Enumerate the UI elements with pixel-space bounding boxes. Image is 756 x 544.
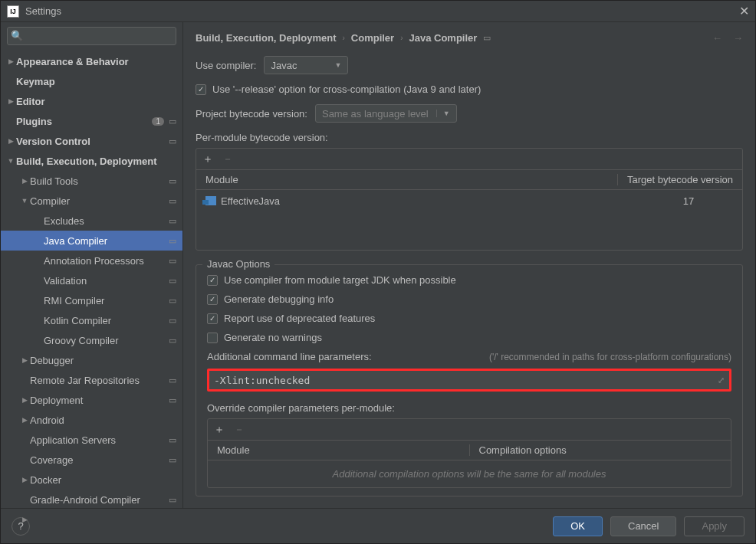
remove-icon[interactable]: － xyxy=(222,152,233,166)
project-badge-icon: ▭ xyxy=(169,375,176,385)
expand-icon[interactable]: ⤢ xyxy=(713,375,729,385)
checkbox-icon xyxy=(207,333,218,343)
project-badge-icon: ▭ xyxy=(169,316,176,326)
override-header: Module Compilation options xyxy=(208,441,731,460)
chevron-icon: ▶ xyxy=(19,396,30,404)
sidebar-item-deployment[interactable]: ▶Deployment▭ xyxy=(1,390,182,410)
sidebar-item-editor[interactable]: ▶Editor xyxy=(1,91,182,111)
override-table: ＋ － Module Compilation options Additiona… xyxy=(207,418,731,488)
sidebar-item-version-control[interactable]: ▶Version Control▭ xyxy=(1,131,182,151)
project-badge-icon: ▭ xyxy=(169,276,176,286)
nav-fwd-icon[interactable]: → xyxy=(733,32,743,44)
sidebar-item-appearance-behavior[interactable]: ▶Appearance & Behavior xyxy=(1,51,182,71)
sidebar-item-gradle-android-compiler[interactable]: Gradle-Android Compiler▭ xyxy=(1,490,182,508)
sidebar-item-annotation-processors[interactable]: Annotation Processors▭ xyxy=(1,251,182,270)
generate-no-warnings-checkbox[interactable]: Generate no warnings xyxy=(207,332,731,343)
per-module-label: Per-module bytecode version: xyxy=(196,132,743,143)
report-deprecated-checkbox[interactable]: ✓ Report use of deprecated features xyxy=(207,313,731,324)
release-option-label: Use '--release' option for cross-compila… xyxy=(212,84,481,95)
chevron-right-icon: › xyxy=(342,34,344,42)
sidebar-item-android[interactable]: ▶Android xyxy=(1,410,182,430)
project-badge-icon: ▭ xyxy=(169,216,176,226)
add-icon[interactable]: ＋ xyxy=(202,152,213,166)
sidebar-item-label: Build Tools xyxy=(30,175,169,187)
sidebar-item-validation[interactable]: Validation▭ xyxy=(1,270,182,290)
cancel-button[interactable]: Cancel xyxy=(610,516,676,536)
chevron-icon: ▼ xyxy=(5,157,16,165)
params-input-highlight: ⤢ xyxy=(207,369,731,392)
module-bytecode-table: ＋ － Module Target bytecode version Effec… xyxy=(196,148,743,251)
chevron-icon: ▶ xyxy=(19,476,30,483)
sidebar-item-label: Build, Execution, Deployment xyxy=(16,156,176,167)
sidebar-item-label: Groovy Compiler xyxy=(44,335,169,346)
sidebar-item-remote-jar-repositories[interactable]: Remote Jar Repositories▭ xyxy=(1,370,182,390)
sidebar-item-debugger[interactable]: ▶Debugger xyxy=(1,350,182,370)
table-row[interactable]: EffectiveJava 17 xyxy=(196,190,742,211)
project-badge-icon: ▭ xyxy=(169,136,176,146)
project-bytecode-label: Project bytecode version: xyxy=(196,108,307,120)
main-panel: Build, Execution, Deployment › Compiler … xyxy=(183,22,755,508)
app-icon: IJ xyxy=(7,5,19,18)
sidebar-item-kotlin-compiler[interactable]: Kotlin Compiler▭ xyxy=(1,310,182,330)
sidebar-item-coverage[interactable]: Coverage▭ xyxy=(1,450,182,470)
project-badge-icon: ▭ xyxy=(169,296,176,306)
javac-options-fieldset: Javac Options ✓ Use compiler from module… xyxy=(196,264,743,496)
project-bytecode-dropdown[interactable]: Same as language level ▼ xyxy=(315,104,457,123)
nav-back-icon[interactable]: ← xyxy=(712,32,722,44)
table-header: Module Target bytecode version xyxy=(196,170,742,190)
sidebar-item-label: Gradle-Android Compiler xyxy=(30,494,169,506)
ok-button[interactable]: OK xyxy=(553,516,603,536)
project-badge-icon: ▭ xyxy=(483,33,491,43)
settings-tree[interactable]: ▶Appearance & BehaviorKeymap▶EditorPlugi… xyxy=(1,50,182,508)
sidebar-item-compiler[interactable]: ▼Compiler▭ xyxy=(1,191,182,211)
body: 🔍 ▶Appearance & BehaviorKeymap▶EditorPlu… xyxy=(1,22,755,508)
sidebar-item-build-tools[interactable]: ▶Build Tools▭ xyxy=(1,171,182,191)
table-toolbar: ＋ － xyxy=(196,149,742,170)
generate-debug-checkbox[interactable]: ✓ Generate debugging info xyxy=(207,293,731,305)
sidebar-item-plugins[interactable]: Plugins1▭ xyxy=(1,111,182,131)
remove-icon[interactable]: － xyxy=(234,423,245,437)
sidebar-item-java-compiler[interactable]: Java Compiler▭ xyxy=(1,231,182,251)
sidebar-item-docker[interactable]: ▶Docker xyxy=(1,470,182,490)
sidebar-item-label: Excludes xyxy=(44,215,169,227)
window-title: Settings xyxy=(25,5,739,17)
chevron-icon: ▶ xyxy=(5,57,16,65)
params-hint: ('/' recommended in paths for cross-plat… xyxy=(489,352,731,362)
chevron-icon: ▶ xyxy=(19,416,30,424)
sidebar-item-label: Coverage xyxy=(30,454,169,466)
sidebar-item-label: Plugins xyxy=(16,116,152,127)
sidebar-item-excludes[interactable]: Excludes▭ xyxy=(1,211,182,231)
add-icon[interactable]: ＋ xyxy=(214,423,225,437)
sidebar-item-keymap[interactable]: Keymap xyxy=(1,71,182,91)
sidebar-item-groovy-compiler[interactable]: Groovy Compiler▭ xyxy=(1,330,182,350)
sidebar-item-label: Docker xyxy=(30,474,176,486)
sidebar-item-label: Version Control xyxy=(16,136,169,147)
crumb-2[interactable]: Compiler xyxy=(351,32,394,44)
sidebar-item-build-execution-deployment[interactable]: ▼Build, Execution, Deployment xyxy=(1,151,182,171)
target-version-cell[interactable]: 17 xyxy=(635,195,742,207)
release-option-checkbox[interactable]: ✓ Use '--release' option for cross-compi… xyxy=(196,84,481,95)
use-module-jdk-checkbox[interactable]: ✓ Use compiler from module target JDK wh… xyxy=(207,274,731,286)
module-name: EffectiveJava xyxy=(221,195,280,207)
col-module: Module xyxy=(196,174,618,185)
nav-arrows: ← → xyxy=(712,32,743,44)
compiler-dropdown[interactable]: Javac ▼ xyxy=(264,56,348,74)
chevron-icon: ▶ xyxy=(19,356,30,364)
col-compilation-options: Compilation options xyxy=(470,444,731,456)
javac-legend: Javac Options xyxy=(202,258,274,270)
crumb-1[interactable]: Build, Execution, Deployment xyxy=(196,32,336,44)
sidebar-item-application-servers[interactable]: Application Servers▭ xyxy=(1,430,182,450)
apply-button[interactable]: Apply xyxy=(684,516,744,536)
project-bytecode-value: Same as language level xyxy=(322,108,429,120)
project-badge-icon: ▭ xyxy=(169,256,176,266)
sidebar: 🔍 ▶Appearance & BehaviorKeymap▶EditorPlu… xyxy=(1,22,183,508)
close-icon[interactable]: ✕ xyxy=(739,4,749,18)
additional-params-input[interactable] xyxy=(209,371,713,389)
project-badge-icon: ▭ xyxy=(169,495,176,505)
sidebar-item-label: Android xyxy=(30,415,176,426)
search-input[interactable] xyxy=(7,27,176,45)
chevron-down-icon: ▼ xyxy=(335,61,342,69)
sidebar-item-rmi-compiler[interactable]: RMI Compiler▭ xyxy=(1,290,182,310)
counter-badge: 1 xyxy=(152,117,164,126)
titlebar: IJ Settings ✕ xyxy=(1,1,755,22)
